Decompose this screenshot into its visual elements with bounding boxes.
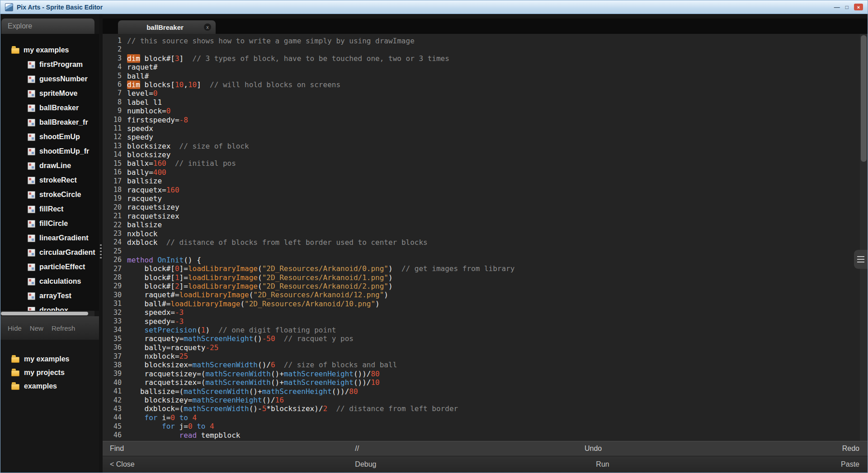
code-line: ballsize — [127, 177, 868, 185]
line-number: 43 — [103, 405, 122, 413]
folder-item-my-examples[interactable]: my examples — [0, 352, 99, 366]
run-button[interactable]: Run — [596, 460, 609, 468]
code-line: block#[2]=loadLibraryImage("2D_Resources… — [127, 282, 868, 290]
explorer-title: Explore — [8, 22, 32, 30]
folder-list: my examplesmy projectsexamples — [0, 340, 99, 473]
code-line: ballsize=(mathScreenWidth()+mathScreenHe… — [127, 387, 868, 396]
horizontal-scrollbar[interactable] — [0, 311, 94, 316]
code-line: bally=400 — [127, 168, 868, 177]
line-number: 36 — [103, 343, 122, 352]
code-line: nxblock=25 — [127, 352, 868, 361]
app-window: Pix Arts - Sprite Basic Editor — □ × Exp… — [0, 0, 868, 473]
sidebar-item-linearGradient[interactable]: linearGradient — [0, 231, 99, 245]
code-line: speedy — [127, 133, 868, 141]
close-editor-button[interactable]: < Close — [110, 460, 135, 468]
code-line: setPrecision(1) // one digit floating po… — [127, 326, 868, 334]
sidebar-item-particleEffect[interactable]: particleEffect — [0, 260, 99, 274]
code-editor[interactable]: 1234567891011121314151617181920212223242… — [103, 34, 868, 441]
line-number: 27 — [103, 265, 122, 273]
sidebar-item-shootEmUp_fr[interactable]: shootEmUp_fr — [0, 144, 99, 159]
line-number: 21 — [103, 212, 122, 220]
sprite-icon — [28, 220, 35, 228]
line-number: 45 — [103, 422, 122, 431]
sprite-icon — [28, 307, 35, 311]
sprite-icon — [28, 191, 35, 199]
line-number: 14 — [103, 150, 122, 159]
sidebar-item-guessNumber[interactable]: guessNumber — [0, 72, 99, 86]
line-number: 35 — [103, 335, 122, 343]
line-number: 18 — [103, 186, 122, 194]
line-number: 11 — [103, 124, 122, 133]
tab-ballbreaker[interactable]: ballBreaker x — [118, 20, 216, 34]
action-toolbar: < Close Debug Run Paste — [103, 456, 868, 473]
folder-item-my-projects[interactable]: my projects — [0, 366, 99, 379]
sidebar-item-strokeCircle[interactable]: strokeCircle — [0, 187, 99, 202]
minimize-icon[interactable]: — — [834, 4, 840, 10]
sprite-icon — [28, 177, 35, 184]
edit-toolbar: Find // Undo Redo — [103, 441, 868, 456]
side-panel-handle[interactable] — [854, 250, 868, 269]
window-title: Pix Arts - Sprite Basic Editor — [17, 4, 830, 11]
close-icon[interactable]: × — [854, 4, 863, 10]
splitter-handle-icon[interactable] — [100, 244, 102, 259]
line-number: 29 — [103, 282, 122, 290]
redo-button[interactable]: Redo — [842, 445, 859, 453]
code-line: block#[1]=loadLibraryImage("2D_Resources… — [127, 273, 868, 282]
code-line: firstspeedy=-8 — [127, 116, 868, 124]
horizontal-scrollbar-thumb[interactable] — [1, 312, 88, 315]
line-number: 24 — [103, 238, 122, 247]
tab-close-icon[interactable]: x — [204, 23, 211, 31]
code-area[interactable]: // this source shows how to write a game… — [127, 37, 868, 441]
sidebar-item-drawLine[interactable]: drawLine — [0, 159, 99, 173]
sidebar-item-arrayTest[interactable]: arrayTest — [0, 289, 99, 303]
editor-pane: ballBreaker x 12345678910111213141516171… — [103, 14, 868, 473]
sidebar-item-circularGradient[interactable]: circularGradient — [0, 245, 99, 260]
sidebar-item-my-examples[interactable]: my examples — [0, 43, 99, 57]
undo-button[interactable]: Undo — [585, 445, 602, 453]
maximize-icon[interactable]: □ — [845, 4, 849, 10]
sidebar-item-firstProgram[interactable]: firstProgram — [0, 57, 99, 72]
code-line: racquety — [127, 194, 868, 203]
sidebar-item-ballBreaker[interactable]: ballBreaker — [0, 101, 99, 115]
code-line: racquetx=160 — [127, 186, 868, 194]
line-number: 1 — [103, 37, 122, 45]
line-number: 34 — [103, 326, 122, 334]
sprite-icon — [28, 133, 35, 141]
refresh-button[interactable]: Refresh — [52, 324, 75, 332]
line-number: 44 — [103, 413, 122, 422]
line-number: 20 — [103, 203, 122, 212]
code-line: ballsize — [127, 220, 868, 229]
code-line: blocksizex=mathScreenWidth()/6 // size o… — [127, 361, 868, 369]
find-button[interactable]: Find — [110, 445, 124, 453]
code-line: racquetsizex=(mathScreenWidth()+mathScre… — [127, 378, 868, 387]
sidebar-item-ballBreaker_fr[interactable]: ballBreaker_fr — [0, 115, 99, 130]
sidebar-item-shootEmUp[interactable]: shootEmUp — [0, 130, 99, 144]
sidebar-item-calculations[interactable]: calculations — [0, 274, 99, 289]
vertical-scrollbar[interactable] — [860, 34, 868, 441]
line-number: 9 — [103, 107, 122, 115]
new-button[interactable]: New — [30, 324, 43, 332]
sidebar-item-spriteMove[interactable]: spriteMove — [0, 86, 99, 101]
hide-button[interactable]: Hide — [8, 324, 22, 332]
code-line: blocksizey — [127, 150, 868, 159]
explorer-sidebar: Explore my examplesfirstProgramguessNumb… — [0, 14, 99, 473]
sidebar-item-fillRect[interactable]: fillRect — [0, 202, 99, 216]
code-line — [127, 247, 868, 255]
line-number: 32 — [103, 309, 122, 317]
line-number: 10 — [103, 116, 122, 124]
folder-item-examples[interactable]: examples — [0, 379, 99, 393]
vertical-scrollbar-thumb[interactable] — [861, 35, 867, 162]
debug-button[interactable]: Debug — [355, 460, 376, 468]
app-icon — [5, 3, 13, 11]
sidebar-item-strokeRect[interactable]: strokeRect — [0, 173, 99, 187]
sidebar-item-dropbox[interactable]: dropbox — [0, 303, 99, 311]
paste-button[interactable]: Paste — [841, 460, 859, 468]
comment-button[interactable]: // — [355, 445, 359, 453]
sidebar-splitter[interactable] — [99, 14, 103, 473]
code-line: blocksizex // size of block — [127, 142, 868, 150]
sidebar-item-fillCircle[interactable]: fillCircle — [0, 216, 99, 231]
sprite-icon — [28, 90, 35, 98]
code-line: dxblock // distance of blocks from left … — [127, 238, 868, 247]
code-line: dim blocks[10,10] // will hold blocks on… — [127, 80, 868, 89]
titlebar: Pix Arts - Sprite Basic Editor — □ × — [0, 0, 868, 14]
